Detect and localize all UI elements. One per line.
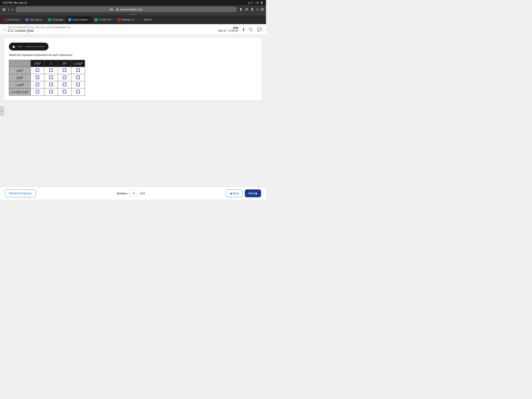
page-back-arrow[interactable]: ‹ <box>4 27 5 32</box>
date: Mon Sep 16 <box>14 1 27 4</box>
time: 8:43 PM <box>3 1 12 4</box>
back-chevron-icon: ◀ <box>230 192 232 195</box>
math-table: 24/34 1 2/3 (−0.4)4 (2/3)4 <box>9 60 85 96</box>
side-expand-arrow[interactable]: › <box>0 106 4 116</box>
tab-label-google: ralph macchi... <box>29 18 44 21</box>
table-corner <box>9 60 31 67</box>
breadcrumb: M/J ACCELERATED MATH_PR_0101_(2621120505… <box>8 26 216 29</box>
audio-track <box>25 46 45 47</box>
table-row: (−0.4)8/(−0.4)4 <box>9 88 85 95</box>
tab-label-savvas: Savvas Realize <box>72 18 87 21</box>
status-right: ▲ ● ☽ 2% 🔋 <box>248 1 263 4</box>
table-row: (2/3)1 <box>9 74 85 81</box>
checkbox-r2c1[interactable] <box>31 74 44 81</box>
play-icon[interactable]: ▶ <box>13 45 16 49</box>
scroll-area: › ▶ ↩10 Select the equivalent expression… <box>0 35 266 187</box>
bottom-bar: Review Progress Question of 5 ◀ Back Nex… <box>0 187 266 200</box>
tab-favicon-portal <box>3 18 6 21</box>
col-header-4: (−0.4)4 <box>71 60 85 67</box>
question-card: ▶ ↩10 Select the equivalent expression f… <box>4 38 262 100</box>
battery-label: 2% <box>256 1 259 4</box>
audio-player[interactable]: ▶ ↩10 <box>9 43 49 50</box>
row-label-1: (2/3)4 <box>9 67 31 74</box>
back-button-nav[interactable]: ◀ Back <box>226 189 243 197</box>
tab-label-easybridge: EasyBridge <box>52 18 63 21</box>
attachment-icon[interactable]: 📎 <box>248 27 253 32</box>
question-nav-label: Question <box>116 192 127 195</box>
row-label-3: (−3/4)0 <box>9 81 31 88</box>
tabs-button[interactable]: ⧉ <box>261 7 264 12</box>
sidebar-toggle-button[interactable]: ⊞ <box>2 7 6 12</box>
tabs-bar: Portal | Stud... ralph macchi... EasyBri… <box>0 15 266 24</box>
tab-label-portal: Portal | Stud... <box>7 18 21 21</box>
next-label: Next <box>248 192 254 195</box>
comment-icon[interactable]: 💬 <box>257 27 262 32</box>
checkbox-r1c1[interactable] <box>31 67 44 74</box>
next-button[interactable]: Next ▶ <box>245 189 261 197</box>
tab-savvas[interactable]: Savvas Realize ✕ <box>66 16 92 23</box>
question-of-label: of 5 <box>140 192 145 195</box>
table-row: (−3/4)0 <box>9 81 85 88</box>
share-button[interactable]: ⬆ <box>239 7 242 12</box>
row-label-4: (−0.4)8/(−0.4)4 <box>9 88 31 95</box>
tab-google[interactable]: ralph macchi... <box>23 16 46 23</box>
info-icon[interactable]: ℹ <box>243 27 244 32</box>
status-left: 8:43 PM Mon Sep 16 <box>3 1 27 4</box>
checkbox-r4c3[interactable] <box>58 88 71 95</box>
dot-1 <box>130 14 131 15</box>
tab-mathai[interactable]: Math AI <box>138 16 158 23</box>
review-progress-button[interactable]: Review Progress <box>5 189 36 197</box>
checkbox-r4c1[interactable] <box>31 88 44 95</box>
checkbox-r1c4[interactable] <box>71 67 85 74</box>
col-header-3: 2/3 <box>58 60 71 67</box>
dot-2 <box>133 14 133 15</box>
tab-favicon-aimath <box>95 18 98 21</box>
tab-favicon-savvas <box>68 18 71 21</box>
page-title: 2-2: Lesson Quiz <box>8 29 216 33</box>
checkbox-r3c1[interactable] <box>31 81 44 88</box>
checkbox-r3c2[interactable] <box>44 81 58 88</box>
tab-favicon-mathway <box>117 18 120 21</box>
question-instruction: Select the equivalent expression for eac… <box>9 53 257 56</box>
dots-bar <box>0 13 266 15</box>
checkbox-r2c2[interactable] <box>44 74 58 81</box>
moon-icon: ☽ <box>253 1 255 4</box>
due-info: DUE Sep 16 - 11:59 pm <box>218 27 238 32</box>
address-bar[interactable]: AA 🔒 savvasrealize.com <box>16 7 237 12</box>
lock-icon: 🔒 <box>116 8 119 11</box>
page-header: ‹ M/J ACCELERATED MATH_PR_0101_(26211205… <box>0 24 266 35</box>
checkbox-r1c3[interactable] <box>58 67 71 74</box>
checkbox-r2c4[interactable] <box>71 74 85 81</box>
tab-close-savvas[interactable]: ✕ <box>88 19 90 21</box>
reload-button[interactable]: ↺ <box>245 7 248 12</box>
url-display: savvasrealize.com <box>120 8 143 11</box>
col-header-2: 1 <box>44 60 58 67</box>
tab-aimath[interactable]: AI Math GPT... <box>93 16 115 23</box>
upload-button[interactable]: ⬆ <box>250 7 254 12</box>
header-icons: ℹ 📎 💬 <box>243 27 262 32</box>
replay-icon[interactable]: ↩10 <box>18 45 22 48</box>
tab-portal[interactable]: Portal | Stud... <box>1 16 23 23</box>
question-number-input[interactable] <box>130 190 138 197</box>
tab-easybridge[interactable]: EasyBridge <box>46 16 66 23</box>
forward-button[interactable]: › <box>12 7 13 12</box>
checkbox-r3c4[interactable] <box>71 81 85 88</box>
add-tab-button[interactable]: + <box>256 7 258 12</box>
tab-label-mathai: Math AI <box>144 18 152 21</box>
signal-icon: ● <box>251 1 252 4</box>
tab-label-aimath: AI Math GPT... <box>99 18 113 21</box>
tab-mathway[interactable]: Mathway | Al... <box>116 16 138 23</box>
checkbox-r4c2[interactable] <box>44 88 58 95</box>
checkbox-r4c4[interactable] <box>71 88 85 95</box>
dot-3 <box>135 14 136 15</box>
back-label: Back <box>233 192 239 195</box>
checkbox-r2c3[interactable] <box>58 74 71 81</box>
tab-favicon-google <box>25 18 28 21</box>
app-layout: 8:43 PM Mon Sep 16 ▲ ● ☽ 2% 🔋 ⊞ ‹ › AA 🔒… <box>0 0 266 200</box>
due-date: Sep 16 - 11:59 pm <box>218 29 238 32</box>
status-bar: 8:43 PM Mon Sep 16 ▲ ● ☽ 2% 🔋 <box>0 0 266 5</box>
row-label-2: (2/3)1 <box>9 74 31 81</box>
checkbox-r3c3[interactable] <box>58 81 71 88</box>
back-button[interactable]: ‹ <box>8 7 9 12</box>
checkbox-r1c2[interactable] <box>44 67 58 74</box>
